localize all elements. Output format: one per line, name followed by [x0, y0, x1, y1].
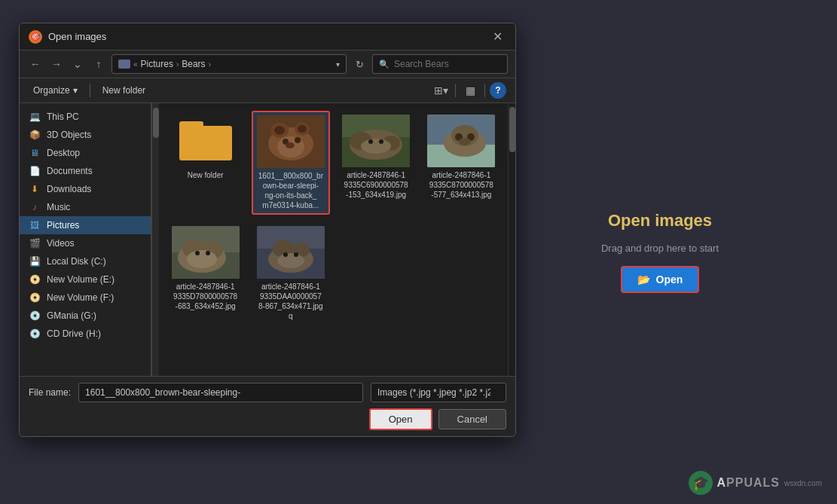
- search-box: 🔍: [372, 54, 508, 74]
- open-button[interactable]: Open: [369, 408, 432, 430]
- sidebar-item-pictures[interactable]: 🖼 Pictures: [20, 216, 151, 234]
- toolbar-separator: [90, 84, 90, 97]
- drive-h-icon: 💿: [29, 328, 41, 340]
- folder-thumbnail: [172, 115, 240, 167]
- search-input[interactable]: [394, 59, 501, 69]
- downloads-icon: ⬇: [29, 183, 41, 195]
- grid-scrollbar[interactable]: [508, 103, 515, 376]
- sidebar-item-3d-objects[interactable]: 📦 3D Objects: [20, 126, 151, 144]
- file-name-new-folder: New folder: [188, 170, 224, 180]
- view-toggle-button[interactable]: ⊞▾: [431, 82, 451, 99]
- bear4-thumbnail: [172, 226, 240, 279]
- right-open-button[interactable]: 📂 Open: [621, 266, 700, 293]
- svg-point-4: [274, 126, 285, 135]
- pictures-icon: 🖼: [29, 219, 41, 231]
- breadcrumb-icon: [118, 60, 130, 69]
- sidebar-label-local-disk: Local Disk (C:): [47, 256, 106, 267]
- watermark-text: APPUALS: [717, 476, 780, 490]
- file-name-bear2: article-2487846-19335C6900000578-153_634…: [344, 170, 408, 200]
- sidebar-label-new-volume-f: New Volume (F:): [47, 292, 114, 303]
- file-item-new-folder[interactable]: New folder: [166, 111, 244, 215]
- svg-point-38: [277, 253, 304, 268]
- breadcrumb-bears: Bears: [182, 59, 205, 69]
- sidebar-item-gmania[interactable]: 💿 GMania (G:): [20, 307, 151, 325]
- bear1-svg: [257, 115, 325, 168]
- refresh-button[interactable]: ↻: [351, 56, 368, 72]
- svg-point-39: [283, 252, 288, 257]
- sidebar-label-pictures: Pictures: [47, 220, 79, 231]
- back-button[interactable]: ←: [27, 56, 44, 72]
- details-view-button[interactable]: ▦: [460, 82, 480, 99]
- cancel-button[interactable]: Cancel: [438, 409, 506, 429]
- svg-point-8: [295, 137, 301, 143]
- music-icon: ♪: [29, 201, 41, 213]
- sidebar-label-downloads: Downloads: [47, 184, 91, 194]
- 3d-icon: 📦: [29, 129, 41, 141]
- svg-point-30: [187, 250, 217, 268]
- file-grid: New folder: [159, 103, 508, 376]
- right-open-label: Open: [656, 273, 683, 286]
- svg-point-16: [368, 139, 373, 144]
- breadcrumb[interactable]: « Pictures › Bears › ▾: [111, 54, 347, 74]
- grid-scroll-thumb[interactable]: [509, 107, 515, 152]
- bear3-thumbnail: [427, 115, 495, 167]
- close-button[interactable]: ✕: [488, 28, 506, 46]
- sidebar-scroll-thumb[interactable]: [153, 108, 159, 138]
- svg-point-40: [294, 252, 298, 257]
- organize-label: Organize: [33, 85, 70, 96]
- filename-label: File name:: [29, 387, 71, 398]
- breadcrumb-dropdown[interactable]: ▾: [336, 60, 340, 69]
- file-item-bear1[interactable]: 1601__800x800_brown-bear-sleepi-ng-on-it…: [252, 111, 329, 215]
- dialog-title: Open images: [48, 31, 106, 42]
- watermark: 🎓 APPUALS wsxdn.com: [689, 471, 822, 495]
- sidebar-item-this-pc[interactable]: 💻 This PC: [20, 108, 151, 126]
- file-item-bear2[interactable]: article-2487846-19335C6900000578-153_634…: [338, 111, 415, 215]
- sidebar-item-desktop[interactable]: 🖥 Desktop: [20, 144, 151, 162]
- bottom-bar: File name: Images (*.jpg *.jpeg *.jp2 *.…: [20, 376, 515, 436]
- new-folder-button[interactable]: New folder: [98, 83, 150, 98]
- sidebar-item-videos[interactable]: 🎬 Videos: [20, 234, 151, 252]
- file-item-bear5[interactable]: article-2487846-19335DAA00000578-867_634…: [252, 222, 329, 325]
- address-bar: ← → ⌄ ↑ « Pictures › Bears › ▾ ↻ 🔍: [20, 50, 515, 78]
- up-button[interactable]: ↑: [90, 56, 107, 72]
- desktop-icon: 🖥: [29, 147, 41, 159]
- disk-icon: 💾: [29, 255, 41, 267]
- sidebar-item-local-disk[interactable]: 💾 Local Disk (C:): [20, 252, 151, 270]
- help-button[interactable]: ?: [490, 82, 506, 99]
- sidebar-label-gmania: GMania (G:): [47, 310, 96, 321]
- filename-input[interactable]: [78, 383, 363, 402]
- sidebar-item-new-volume-f[interactable]: 📀 New Volume (F:): [20, 289, 151, 307]
- right-panel-subtitle: Drag and drop here to start: [601, 243, 719, 254]
- bear5-svg: [257, 226, 325, 279]
- right-panel-title: Open images: [608, 211, 712, 231]
- organize-arrow: ▾: [73, 85, 78, 96]
- bear2-thumbnail: [342, 115, 410, 167]
- toolbar-right: ⊞▾ ▦ ?: [431, 82, 506, 99]
- sidebar-item-new-volume-e[interactable]: 📀 New Volume (E:): [20, 270, 151, 289]
- file-item-bear4[interactable]: article-2487846-19335D7800000578-683_634…: [166, 222, 244, 325]
- svg-point-31: [195, 251, 200, 255]
- content-area: 💻 This PC 📦 3D Objects 🖥 Desktop 📄 Docum…: [20, 103, 515, 376]
- sidebar-label-3d: 3D Objects: [47, 130, 91, 140]
- dropdown-button[interactable]: ⌄: [69, 56, 86, 72]
- app-icon: 🎯: [29, 30, 42, 44]
- organize-button[interactable]: Organize ▾: [29, 83, 82, 98]
- breadcrumb-pictures: Pictures: [141, 59, 173, 69]
- sidebar-label-desktop: Desktop: [47, 148, 80, 158]
- sidebar-item-documents[interactable]: 📄 Documents: [20, 162, 151, 180]
- folder-open-icon: 📂: [637, 273, 650, 286]
- sidebar: 💻 This PC 📦 3D Objects 🖥 Desktop 📄 Docum…: [20, 103, 151, 376]
- sidebar-item-music[interactable]: ♪ Music: [20, 198, 151, 216]
- forward-button[interactable]: →: [48, 56, 65, 72]
- file-name-bear5: article-2487846-19335DAA00000578-867_634…: [258, 282, 323, 321]
- sidebar-item-cd-drive[interactable]: 💿 CD Drive (H:): [20, 325, 151, 343]
- svg-point-5: [298, 125, 307, 133]
- filetype-select[interactable]: Images (*.jpg *.jpeg *.jp2 *.j2k *: [371, 383, 506, 402]
- bear4-svg: [172, 226, 240, 279]
- sidebar-scrollbar[interactable]: [151, 103, 159, 376]
- svg-point-9: [286, 142, 295, 148]
- file-name-bear1: 1601__800x800_brown-bear-sleepi-ng-on-it…: [258, 171, 323, 210]
- file-item-bear3[interactable]: article-2487846-19335C8700000578-577_634…: [423, 111, 500, 215]
- sidebar-item-downloads[interactable]: ⬇ Downloads: [20, 180, 151, 198]
- sidebar-label-new-volume-e: New Volume (E:): [47, 274, 115, 285]
